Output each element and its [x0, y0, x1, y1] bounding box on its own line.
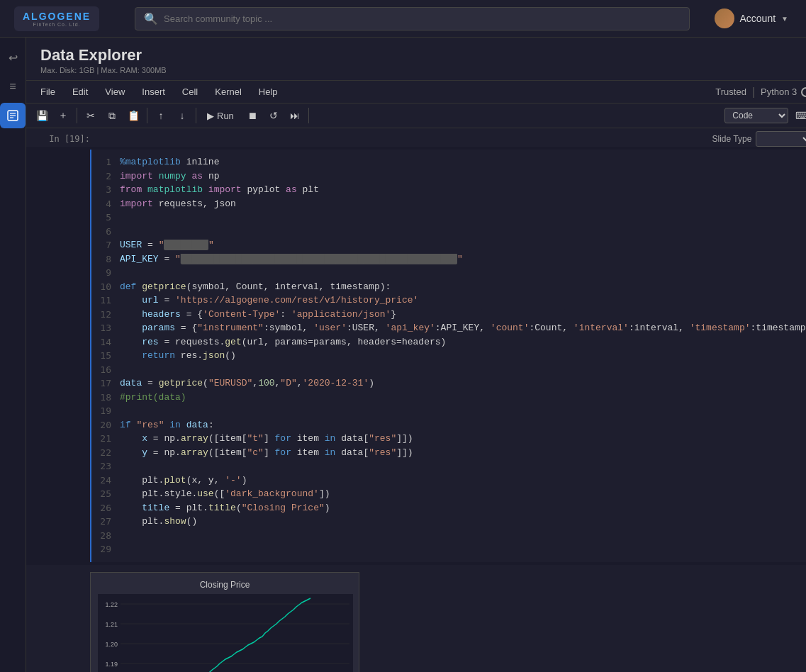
kernel-name: Python 3: [761, 86, 797, 97]
toolbar-divider-1: [77, 108, 77, 123]
move-down-button[interactable]: ↓: [172, 106, 192, 125]
avatar: [715, 9, 734, 28]
cell-type-select[interactable]: Code Markdown Raw: [724, 108, 788, 123]
chart-output: Closing Price 1.22 1.21 1.20 1.19 1.18 1…: [26, 565, 806, 673]
menu-edit[interactable]: Edit: [65, 84, 95, 100]
stop-button[interactable]: ⏹: [242, 106, 262, 125]
cut-button[interactable]: ✂: [81, 106, 101, 125]
svg-text:1.21: 1.21: [105, 621, 118, 628]
sidebar-item-history[interactable]: ↩: [0, 45, 26, 70]
move-up-button[interactable]: ↑: [151, 106, 171, 125]
slide-type-label: Slide Type: [712, 134, 752, 144]
search-input[interactable]: [164, 13, 681, 24]
notebook-area: In [19]: Slide Type Slide Sub-Slide Frag…: [26, 128, 806, 672]
menu-file[interactable]: File: [33, 84, 62, 100]
slide-type-select[interactable]: Slide Sub-Slide Fragment Skip Notes: [756, 131, 806, 147]
menu-insert[interactable]: Insert: [135, 84, 172, 100]
paste-button[interactable]: 📋: [123, 106, 143, 125]
logo-text-sub: FinTech Co. Ltd.: [33, 22, 81, 27]
svg-text:1.20: 1.20: [105, 641, 118, 648]
toolbar: 💾 ＋ ✂ ⧉ 📋 ↑ ↓ ▶ Run ⏹ ↺ ⏭ Code Markdown …: [26, 103, 806, 128]
sidebar: ↩ ≡: [0, 38, 26, 672]
svg-text:1.19: 1.19: [105, 661, 118, 668]
logo-text-main: ALGOGENE: [23, 11, 91, 22]
kernel-circle-icon: [801, 87, 806, 97]
menu-view[interactable]: View: [98, 84, 132, 100]
add-cell-button[interactable]: ＋: [53, 106, 73, 125]
menu-cell[interactable]: Cell: [175, 84, 205, 100]
toolbar-divider-3: [196, 108, 196, 123]
toolbar-divider-4: [308, 108, 309, 123]
chevron-down-icon: ▼: [781, 15, 788, 23]
save-button[interactable]: 💾: [32, 106, 52, 125]
line-numbers: 1234567891011121314151617181920212223242…: [99, 155, 120, 556]
run-button[interactable]: ▶ Run: [200, 108, 241, 123]
search-area[interactable]: 🔍: [121, 7, 704, 30]
cell-code-content[interactable]: 1234567891011121314151617181920212223242…: [90, 150, 806, 562]
menu-help[interactable]: Help: [252, 84, 285, 100]
kernel-indicator: Python 3: [761, 86, 806, 97]
page-subtitle: Max. Disk: 1GB | Max. RAM: 300MB: [40, 66, 804, 74]
menu-kernel[interactable]: Kernel: [208, 84, 249, 100]
toolbar-divider-2: [147, 108, 147, 123]
run-label: Run: [217, 111, 234, 121]
page-title: Data Explorer: [40, 46, 804, 65]
logo: ALGOGENE FinTech Co. Ltd.: [7, 6, 121, 31]
menu-bar: File Edit View Insert Cell Kernel Help T…: [26, 81, 806, 103]
run-icon: ▶: [207, 111, 214, 121]
keyboard-button[interactable]: ⌨: [793, 106, 806, 125]
restart-button[interactable]: ↺: [264, 106, 284, 125]
account-label: Account: [740, 13, 776, 24]
copy-button[interactable]: ⧉: [102, 106, 122, 125]
search-icon: 🔍: [144, 12, 158, 26]
cell-label: In [19]:: [32, 134, 96, 144]
code-cell: 1234567891011121314151617181920212223242…: [26, 150, 806, 562]
chart-title: Closing Price: [98, 580, 352, 590]
fast-forward-button[interactable]: ⏭: [285, 106, 305, 125]
code-lines[interactable]: %matplotlib inline import numpy as np fr…: [120, 155, 806, 556]
chart-svg: 1.22 1.21 1.20 1.19 1.18 1.17 1.16: [98, 594, 353, 673]
account-button[interactable]: Account ▼: [704, 9, 800, 28]
svg-text:1.22: 1.22: [105, 601, 118, 608]
chart-box: Closing Price 1.22 1.21 1.20 1.19 1.18 1…: [90, 572, 359, 673]
page-header: Data Explorer Max. Disk: 1GB | Max. RAM:…: [26, 38, 806, 81]
trusted-badge: Trusted | Python 3: [715, 86, 806, 99]
sidebar-item-layers[interactable]: ≡: [0, 74, 26, 99]
sidebar-item-notebook[interactable]: [0, 103, 26, 128]
trusted-text: Trusted: [715, 86, 746, 97]
